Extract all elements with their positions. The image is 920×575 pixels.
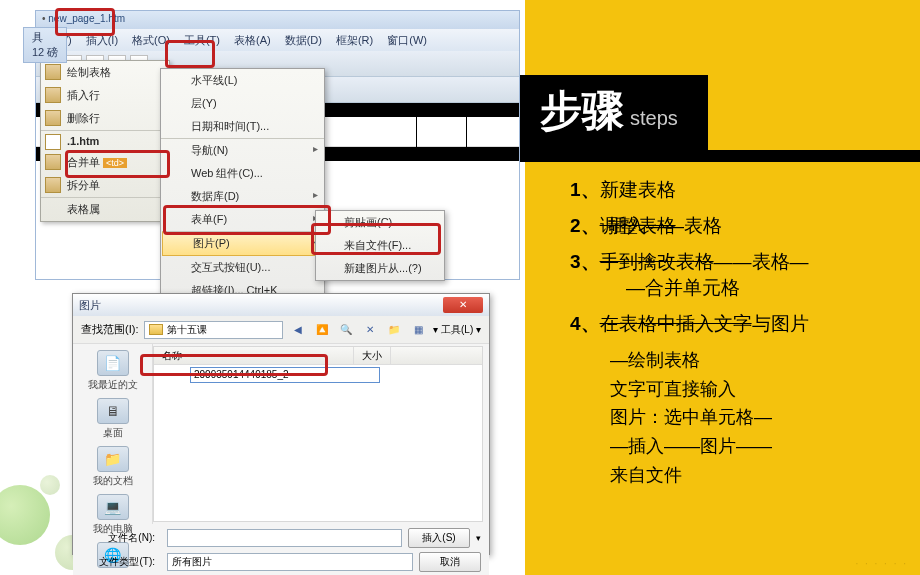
- picture-submenu: 剪贴画(C)... 来自文件(F)... 新建图片从...(?): [315, 210, 445, 281]
- menu-draw-table[interactable]: 绘制表格: [41, 61, 169, 84]
- menu-table-props[interactable]: 表格属: [41, 197, 169, 221]
- menu-window[interactable]: 窗口(W): [381, 32, 433, 49]
- steps-panel: 步骤 steps 1、新建表格 2、调整表格 插入——表格 3、手到擒改表格——…: [525, 0, 920, 575]
- step-4-sub3: 图片：选中单元格—: [610, 403, 900, 432]
- filename-selected[interactable]: 200935914449185_2: [190, 367, 380, 383]
- step-1: 1、新建表格: [570, 175, 900, 205]
- menu-bar[interactable]: 图(V) 插入(I) 格式(O) 工具(T) 表格(A) 数据(D) 框架(R)…: [36, 29, 519, 51]
- menu-data[interactable]: 数据(D): [279, 32, 328, 49]
- menu-insert-row[interactable]: 插入行: [41, 84, 169, 107]
- recent-icon: 📄: [97, 350, 129, 376]
- filetype-input[interactable]: 所有图片: [167, 553, 413, 571]
- menu-delete-row[interactable]: 删除行: [41, 107, 169, 130]
- table-menu-dropdown: 具12 磅 绘制表格 插入行 删除行 .1.htm 合并单 <td> 拆分单 表…: [40, 60, 170, 222]
- place-desktop[interactable]: 🖥桌面: [73, 396, 152, 442]
- mycomp-icon: 💻: [97, 494, 129, 520]
- step-2: 2、调整表格 插入——表格: [570, 211, 900, 241]
- column-headers: 名称 大小: [154, 347, 482, 365]
- steps-banner: 步骤 steps: [510, 75, 708, 151]
- dialog-title: 图片: [79, 298, 101, 313]
- banner-en: steps: [630, 107, 678, 130]
- insert-interactive-btn[interactable]: 交互式按钮(U)...: [161, 256, 324, 279]
- up-icon[interactable]: 🔼: [313, 321, 331, 339]
- insert-webcomp[interactable]: Web 组件(C)...: [161, 162, 324, 185]
- place-recent[interactable]: 📄我最近的文: [73, 348, 152, 394]
- filename-input[interactable]: [167, 529, 402, 547]
- menu-insert[interactable]: 插入(I): [80, 32, 124, 49]
- footer-watermark: · · · · · ·: [855, 558, 908, 569]
- insert-form[interactable]: 表单(F): [161, 208, 324, 231]
- pic-from-file[interactable]: 来自文件(F)...: [316, 234, 444, 257]
- search-icon[interactable]: 🔍: [337, 321, 355, 339]
- delete-icon[interactable]: ✕: [361, 321, 379, 339]
- mydocs-icon: 📁: [97, 446, 129, 472]
- places-bar: 📄我最近的文 🖥桌面 📁我的文档 💻我的电脑 🌐: [73, 344, 153, 524]
- back-icon[interactable]: ◀: [289, 321, 307, 339]
- insert-hr[interactable]: 水平线(L): [161, 69, 324, 92]
- col-name[interactable]: 名称: [154, 347, 354, 364]
- look-in-combo[interactable]: 第十五课: [144, 321, 283, 339]
- views-icon[interactable]: ▦: [409, 321, 427, 339]
- filename-label: 文件名(N):: [81, 531, 161, 545]
- desktop-icon: 🖥: [97, 398, 129, 424]
- look-in-label: 查找范围(I):: [81, 322, 138, 337]
- dialog-body: 📄我最近的文 🖥桌面 📁我的文档 💻我的电脑 🌐 名称 大小 200935914…: [73, 344, 489, 524]
- newfolder-icon[interactable]: 📁: [385, 321, 403, 339]
- menu-split-cells[interactable]: 拆分单: [41, 174, 169, 197]
- pic-clipart[interactable]: 剪贴画(C)...: [316, 211, 444, 234]
- pic-new[interactable]: 新建图片从...(?): [316, 257, 444, 280]
- insert-layer[interactable]: 层(Y): [161, 92, 324, 115]
- filetype-label: 文件类型(T):: [81, 555, 161, 569]
- file-list[interactable]: 名称 大小 200935914449185_2: [153, 346, 483, 522]
- step-4-sub5: 来自文件: [610, 461, 900, 490]
- menu-tools[interactable]: 工具(T): [178, 32, 226, 49]
- menu-table[interactable]: 表格(A): [228, 32, 277, 49]
- steps-list: 1、新建表格 2、调整表格 插入——表格 3、手到擒改表格——表格— —合并单元…: [570, 175, 900, 490]
- screenshot-composite: • new_page_1.htm 图(V) 插入(I) 格式(O) 工具(T) …: [35, 10, 520, 560]
- step-4: 4、在表格中插入文字与图片: [570, 309, 900, 339]
- insert-db[interactable]: 数据库(D): [161, 185, 324, 208]
- menu-file-ref: .1.htm: [41, 130, 169, 151]
- col-size[interactable]: 大小: [354, 347, 391, 364]
- insert-button[interactable]: 插入(S): [408, 528, 470, 548]
- title-bar: • new_page_1.htm: [36, 11, 519, 29]
- close-icon[interactable]: ✕: [443, 297, 483, 313]
- file-open-dialog: 图片 ✕ 查找范围(I): 第十五课 ◀ 🔼 🔍 ✕ 📁 ▦ ▾ 工具(L) ▾…: [72, 293, 490, 555]
- insert-picture[interactable]: 图片(P): [162, 231, 323, 256]
- look-in-row: 查找范围(I): 第十五课 ◀ 🔼 🔍 ✕ 📁 ▦ ▾ 工具(L) ▾: [73, 316, 489, 344]
- insert-datetime[interactable]: 日期和时间(T)...: [161, 115, 324, 138]
- banner-cn: 步骤: [540, 83, 624, 139]
- banner-strip: [510, 150, 920, 162]
- step-4-sub2: 文字可直接输入: [610, 375, 900, 404]
- step-4-sub4: —插入——图片——: [610, 432, 900, 461]
- dialog-bottom: 文件名(N): 插入(S)▾ 文件类型(T): 所有图片 取消: [73, 524, 489, 575]
- insert-nav[interactable]: 导航(N): [161, 138, 324, 162]
- step-4-sub1: —绘制表格: [610, 346, 900, 375]
- menu-merge-cells[interactable]: 合并单 <td>: [41, 151, 169, 174]
- menu-format[interactable]: 格式(O): [126, 32, 176, 49]
- step-3: 3、手到擒改表格——表格— —合并单元格: [570, 247, 900, 303]
- place-mydocs[interactable]: 📁我的文档: [73, 444, 152, 490]
- insert-menu-dropdown: 水平线(L) 层(Y) 日期和时间(T)... 导航(N) Web 组件(C).…: [160, 68, 325, 303]
- folder-icon: [149, 324, 163, 335]
- menu-frame[interactable]: 框架(R): [330, 32, 379, 49]
- dialog-titlebar: 图片 ✕: [73, 294, 489, 316]
- cancel-button[interactable]: 取消: [419, 552, 481, 572]
